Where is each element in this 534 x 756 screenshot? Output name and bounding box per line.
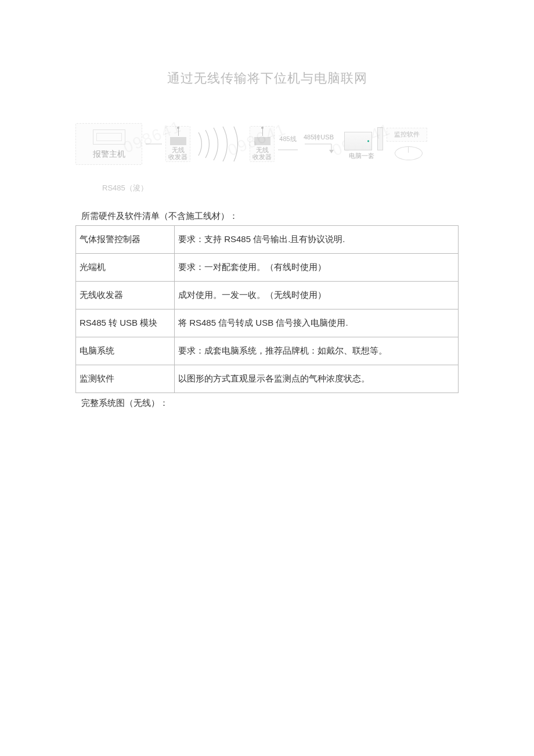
antenna-icon <box>172 128 185 141</box>
mouse-icon <box>395 146 423 160</box>
computer-block: 电脑一套 <box>340 127 383 160</box>
software-label: 监控软件 <box>387 128 427 142</box>
table-row: 监测软件 以图形的方式直观显示各监测点的气种浓度状态。 <box>76 365 459 393</box>
item-desc: 成对使用。一发一收。（无线时使用） <box>175 282 459 309</box>
item-desc: 以图形的方式直观显示各监测点的气种浓度状态。 <box>175 365 459 393</box>
bus-485-label: 485线 <box>278 135 298 143</box>
table-row: 无线收发器 成对使用。一发一收。（无线时使用） <box>76 282 459 309</box>
antenna-icon <box>256 128 269 141</box>
rs485-usb-converter: 485转USB <box>301 133 336 155</box>
item-desc: 要求：成套电脑系统，推荐品牌机：如戴尔、联想等。 <box>175 337 459 365</box>
item-name: 气体报警控制器 <box>76 226 175 254</box>
pc-label: 电脑一套 <box>340 152 383 160</box>
converter-label: 485转USB <box>301 133 336 142</box>
svg-marker-4 <box>329 150 334 153</box>
radio-label-1b: 收发器 <box>168 153 187 160</box>
item-desc: 要求：支持 RS485 信号输出.且有协议说明. <box>175 226 459 254</box>
table-row: RS485 转 USB 模块 将 RS485 信号转成 USB 信号接入电脑使用… <box>76 309 459 337</box>
radio-waves-icon <box>194 127 246 161</box>
radio-label-1a: 无线 <box>168 146 187 153</box>
alarm-host-label: 报警主机 <box>76 149 142 160</box>
item-desc: 要求：一对配套使用。（有线时使用） <box>175 254 459 282</box>
arrow-down-icon <box>301 143 336 153</box>
page-title: 通过无线传输将下位机与电脑联网 <box>75 70 459 87</box>
wire-icon <box>278 148 298 152</box>
radio-label-2b: 收发器 <box>252 153 272 160</box>
rs485-footnote: RS485（浚） <box>102 183 459 193</box>
radio-label-2a: 无线 <box>252 146 272 153</box>
item-desc: 将 RS485 信号转成 USB 信号接入电脑使用. <box>175 309 459 337</box>
alarm-host-screen-icon <box>93 129 125 145</box>
wireless-transceiver-tx: 无线 收发器 <box>165 126 190 162</box>
item-name: 无线收发器 <box>76 282 175 309</box>
full-system-diagram-heading: 完整系统图（无线）： <box>81 398 459 409</box>
item-name: 光端机 <box>76 254 175 282</box>
wireless-diagram: 098641 098641 098641 报警主机 无线 收发器 <box>75 110 459 193</box>
monitor-icon <box>344 132 372 150</box>
table-row: 气体报警控制器 要求：支持 RS485 信号输出.且有协议说明. <box>76 226 459 254</box>
table-row: 光端机 要求：一对配套使用。（有线时使用） <box>76 254 459 282</box>
alarm-host-block: 报警主机 <box>75 123 142 165</box>
item-name: RS485 转 USB 模块 <box>76 309 175 337</box>
item-name: 监测软件 <box>76 365 175 393</box>
hardware-software-table: 气体报警控制器 要求：支持 RS485 信号输出.且有协议说明. 光端机 要求：… <box>75 225 459 393</box>
software-block: 监控软件 <box>387 128 430 160</box>
hardware-list-heading: 所需硬件及软件清单（不含施工线材）： <box>81 211 459 222</box>
item-name: 电脑系统 <box>76 337 175 365</box>
wire-icon <box>146 142 162 146</box>
table-row: 电脑系统 要求：成套电脑系统，推荐品牌机：如戴尔、联想等。 <box>76 337 459 365</box>
pc-tower-icon <box>377 127 383 150</box>
wireless-transceiver-rx: 无线 收发器 <box>250 126 275 162</box>
